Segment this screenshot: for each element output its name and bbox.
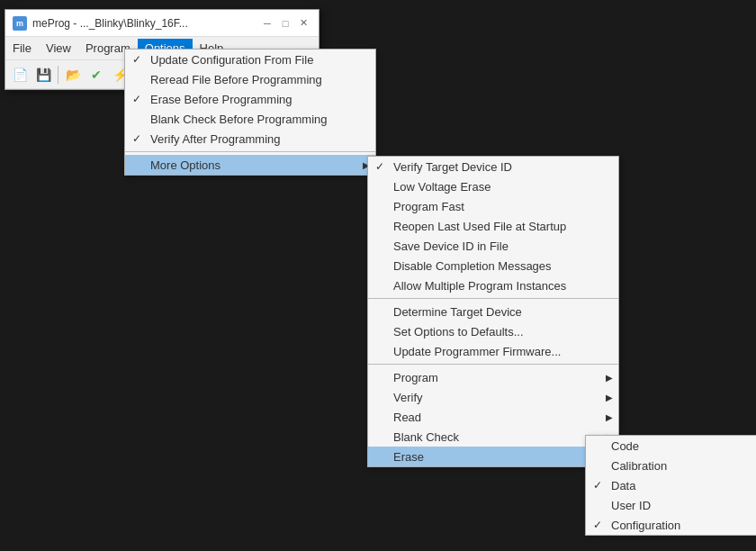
title-controls: ─ □ ✕ xyxy=(259,15,311,32)
menu-sub-verify[interactable]: Verify ▶ xyxy=(368,387,618,407)
menu-reopen-last[interactable]: Reopen Last Used File at Startup xyxy=(368,216,618,236)
app-icon: m xyxy=(13,16,27,31)
maximize-button[interactable]: □ xyxy=(277,15,293,32)
check-erase-configuration: ✓ xyxy=(593,519,608,531)
menu-set-defaults[interactable]: Set Options to Defaults... xyxy=(368,321,618,341)
sep-1 xyxy=(125,151,375,152)
menu-determine-target[interactable]: Determine Target Device xyxy=(368,302,618,321)
menu-erase-userid[interactable]: User ID xyxy=(586,495,756,515)
menu-sub-program[interactable]: Program ▶ xyxy=(368,367,618,387)
menu-sub-erase[interactable]: Erase ▶ xyxy=(368,447,618,466)
check-verify-device: ✓ xyxy=(375,160,390,173)
check-update-config: ✓ xyxy=(132,53,147,66)
sep-2 xyxy=(368,298,618,299)
close-button[interactable]: ✕ xyxy=(295,15,311,32)
check-verify-after: ✓ xyxy=(132,132,147,145)
menu-file[interactable]: File xyxy=(5,39,39,58)
menu-update-config[interactable]: ✓ Update Configuration From File xyxy=(125,50,375,69)
options-dropdown: ✓ Update Configuration From File Reread … xyxy=(124,49,376,176)
arrow-read: ▶ xyxy=(606,412,613,422)
check-erase-data: ✓ xyxy=(593,479,608,492)
menu-erase-calibration[interactable]: Calibration xyxy=(586,456,756,475)
menu-verify-after[interactable]: ✓ Verify After Programming xyxy=(125,129,375,149)
toolbar-verify[interactable]: ✔ xyxy=(86,64,107,86)
menu-sub-blank-check[interactable]: Blank Check ▶ xyxy=(368,427,618,447)
window-title: meProg - ..._Blinky\Blinky_16F... xyxy=(32,17,188,30)
menu-program-fast[interactable]: Program Fast xyxy=(368,196,618,216)
menu-save-device-id[interactable]: Save Device ID in File xyxy=(368,236,618,256)
title-bar-left: m meProg - ..._Blinky\Blinky_16F... xyxy=(13,16,188,31)
menu-sub-read[interactable]: Read ▶ xyxy=(368,407,618,427)
more-options-submenu: ✓ Verify Target Device ID Low Voltage Er… xyxy=(367,156,619,467)
arrow-verify: ▶ xyxy=(606,393,613,402)
menu-low-voltage[interactable]: Low Voltage Erase xyxy=(368,176,618,196)
toolbar-open[interactable]: 📂 xyxy=(62,64,84,86)
menu-verify-device-id[interactable]: ✓ Verify Target Device ID xyxy=(368,157,618,176)
title-bar: m meProg - ..._Blinky\Blinky_16F... ─ □ … xyxy=(5,10,319,37)
toolbar-sep-1 xyxy=(58,66,58,84)
check-erase-before: ✓ xyxy=(132,93,147,105)
menu-erase-code[interactable]: Code xyxy=(586,436,756,456)
erase-submenu: Code Calibration ✓ Data User ID ✓ Config… xyxy=(585,435,756,536)
toolbar-new[interactable]: 📄 xyxy=(9,64,31,86)
menu-allow-multiple[interactable]: Allow Multiple Program Instances xyxy=(368,276,618,295)
arrow-program: ▶ xyxy=(606,373,613,383)
menu-blank-check[interactable]: Blank Check Before Programming xyxy=(125,109,375,129)
menu-update-firmware[interactable]: Update Programmer Firmware... xyxy=(368,341,618,361)
menu-erase-before[interactable]: ✓ Erase Before Programming xyxy=(125,89,375,109)
toolbar-save[interactable]: 💾 xyxy=(32,64,54,86)
menu-view[interactable]: View xyxy=(39,39,78,58)
menu-more-options[interactable]: More Options ▶ xyxy=(125,155,375,175)
menu-reread-file[interactable]: Reread File Before Programming xyxy=(125,69,375,89)
minimize-button[interactable]: ─ xyxy=(259,15,275,32)
menu-disable-completion[interactable]: Disable Completion Messages xyxy=(368,256,618,276)
menu-erase-data[interactable]: ✓ Data xyxy=(586,475,756,495)
menu-erase-configuration[interactable]: ✓ Configuration xyxy=(586,515,756,535)
sep-3 xyxy=(368,364,618,365)
